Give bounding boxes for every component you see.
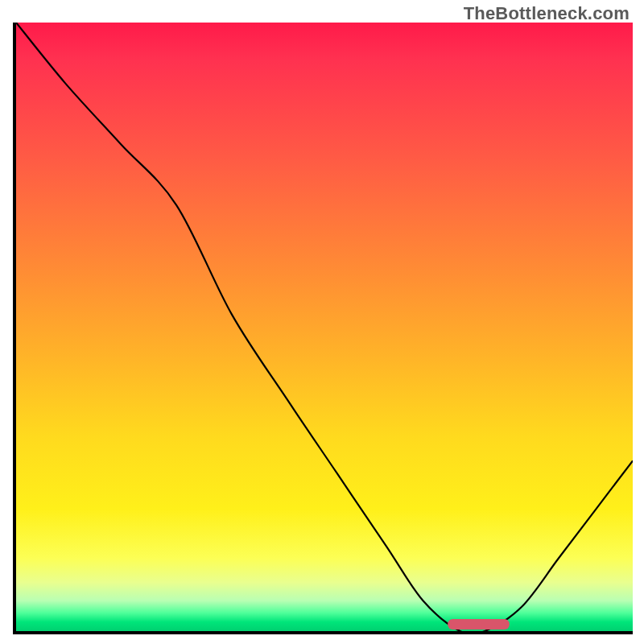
bottleneck-curve bbox=[16, 23, 633, 631]
watermark-text: TheBottleneck.com bbox=[464, 3, 630, 24]
optimal-marker bbox=[448, 619, 510, 630]
curve-layer bbox=[16, 23, 633, 631]
plot-frame bbox=[13, 23, 633, 634]
